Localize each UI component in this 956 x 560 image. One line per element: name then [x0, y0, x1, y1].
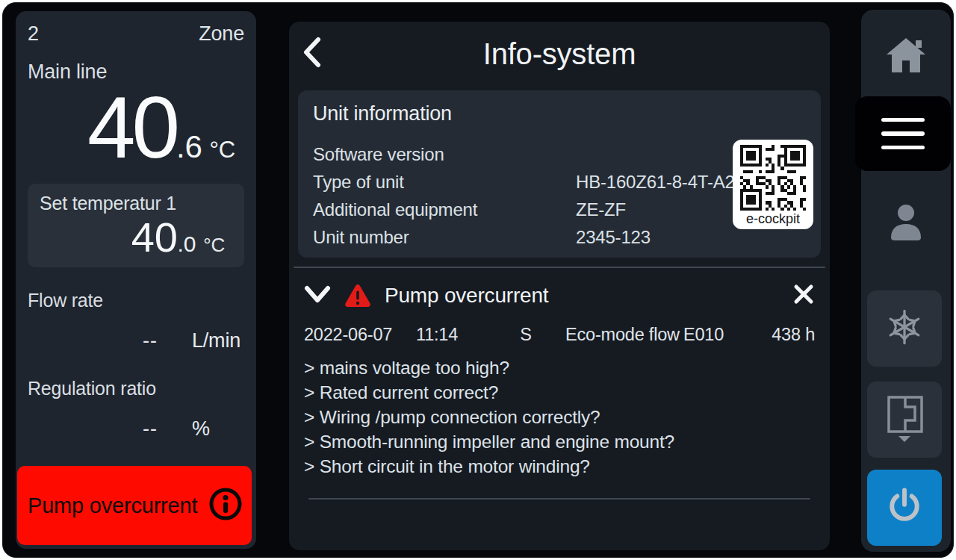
collapse-button[interactable]: [304, 284, 331, 307]
row-value: ZE-ZF: [576, 196, 626, 223]
regulation-ratio-reading: --: [143, 417, 158, 441]
user-icon: [887, 202, 925, 245]
unit-information-heading: Unit information: [313, 102, 806, 125]
mold-icon: [883, 393, 926, 447]
unit-information-card: Unit information Software version Type o…: [298, 90, 821, 258]
row-label: Additional equipment: [313, 196, 576, 223]
sidebar: [861, 10, 951, 552]
row-label: Type of unit: [313, 168, 576, 196]
chevron-down-icon: [304, 284, 331, 307]
row-value: 2345-123: [576, 223, 651, 251]
unit-info-row: Unit number 2345-123: [313, 223, 806, 251]
alarm-check-item: > mains voltage too high?: [304, 355, 815, 380]
alarm-meta-row: 2022-06-07 11:14 S Eco-mode flow E010 43…: [304, 325, 815, 345]
user-button[interactable]: [861, 187, 951, 259]
info-header: Info-system: [289, 22, 830, 86]
flow-rate-unit: L/min: [192, 329, 244, 352]
zone-header: 2 Zone: [28, 22, 244, 46]
qr-code-card: e-cockpit: [733, 140, 813, 229]
qr-code: [740, 145, 806, 211]
alarm-check-item: > Wiring /pump connection correctly?: [304, 405, 815, 429]
set-temp-integer: 40: [131, 216, 178, 260]
regulation-ratio-value: -- %: [28, 417, 244, 441]
info-icon[interactable]: [208, 487, 243, 524]
mold-button[interactable]: [867, 382, 942, 458]
menu-icon: [881, 118, 925, 122]
set-temp-decimal: .0: [178, 231, 196, 257]
zone-number: 2: [28, 22, 39, 46]
chevron-left-icon: [302, 37, 322, 71]
unit-info-row: Additional equipment ZE-ZF: [313, 196, 806, 223]
alarm-time: 11:14: [416, 325, 515, 345]
main-temperature-display: 40 .6 °C: [28, 84, 244, 172]
regulation-ratio-label: Regulation ratio: [28, 378, 244, 399]
menu-button[interactable]: [855, 96, 951, 171]
unit-info-row: Type of unit HB-160Z61-8-4T-A2-400: [313, 168, 806, 196]
flow-rate-label: Flow rate: [28, 290, 244, 311]
warning-icon: [344, 284, 371, 308]
info-system-panel: Info-system Unit information Software ve…: [289, 22, 830, 550]
row-label: Software version: [313, 140, 576, 168]
regulation-ratio-unit: %: [192, 417, 244, 441]
qr-code-label: e-cockpit: [737, 211, 809, 227]
main-temp-unit: °C: [210, 137, 235, 164]
zone-panel: 2 Zone Main line 40 .6 °C Set temperatur…: [16, 11, 256, 549]
main-temp-decimal: .6: [176, 129, 202, 165]
divider: [308, 498, 810, 500]
alarm-date: 2022-06-07: [304, 325, 416, 345]
alarm-title: Pump overcurrent: [385, 284, 548, 308]
unit-information-rows: Software version Type of unit HB-160Z61-…: [313, 140, 806, 251]
device-screen: 2 Zone Main line 40 .6 °C Set temperatur…: [2, 2, 954, 558]
alarm-hours: 438 h: [752, 325, 815, 345]
home-icon: [885, 35, 927, 77]
page-title: Info-system: [289, 37, 830, 71]
power-icon: [885, 486, 924, 529]
alarm-mode: Eco-mode flow: [565, 325, 683, 345]
alarm-check-item: > Smooth-running impeller and engine mou…: [304, 429, 815, 454]
alarm-head: Pump overcurrent: [304, 279, 815, 313]
set-temperature-label: Set temperatur 1: [40, 193, 232, 214]
cooling-button[interactable]: [867, 290, 942, 367]
row-label: Unit number: [313, 223, 576, 251]
alarm-detail-section: Pump overcurrent 2022-06-07 11:14 S Eco-…: [289, 268, 830, 500]
main-temp-integer: 40: [87, 84, 176, 172]
close-button[interactable]: [792, 283, 815, 308]
alarm-check-item: > Rated current correct?: [304, 380, 815, 405]
flow-rate-value: -- L/min: [28, 329, 244, 352]
back-button[interactable]: [302, 34, 335, 73]
flow-rate-reading: --: [143, 329, 158, 352]
power-button[interactable]: [867, 470, 942, 546]
set-temperature-value: 40 .0 °C: [40, 216, 232, 260]
set-temp-unit: °C: [203, 234, 225, 257]
close-icon: [792, 283, 815, 308]
snowflake-icon: [885, 308, 924, 349]
alarm-banner[interactable]: Pump overcurrent: [17, 466, 252, 545]
zone-label: Zone: [199, 22, 244, 46]
alarm-check-item: > Short circuit in the motor winding?: [304, 454, 815, 479]
alarm-flag: S: [515, 325, 537, 345]
alarm-check-list: > mains voltage too high? > Rated curren…: [304, 355, 815, 479]
set-temperature-field[interactable]: Set temperatur 1 40 .0 °C: [28, 184, 244, 267]
unit-info-row: Software version: [313, 140, 806, 168]
alarm-banner-label: Pump overcurrent: [28, 494, 197, 518]
alarm-code: E010: [683, 325, 752, 345]
home-button[interactable]: [861, 20, 951, 92]
